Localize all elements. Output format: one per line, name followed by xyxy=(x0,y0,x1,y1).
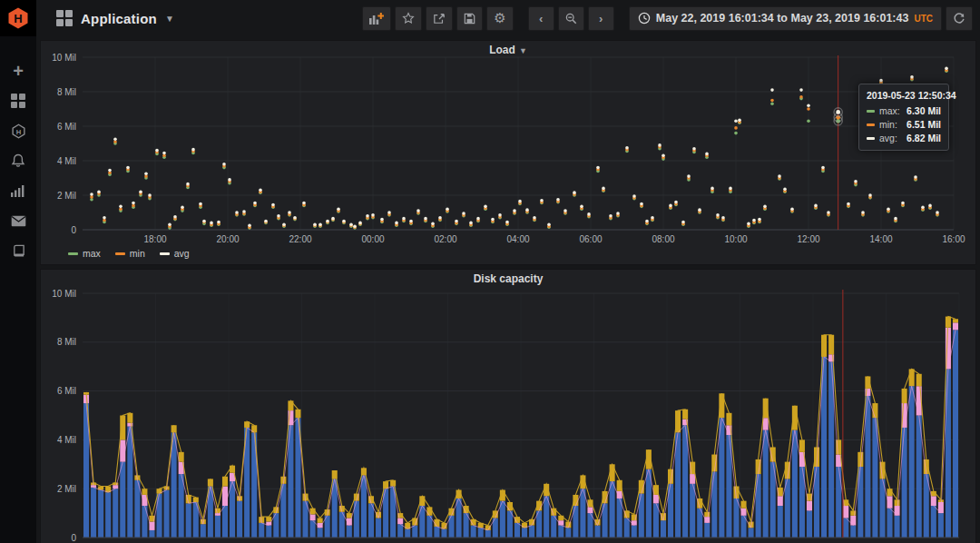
svg-text:2 Mil: 2 Mil xyxy=(57,484,76,494)
svg-text:02:00: 02:00 xyxy=(434,234,456,244)
series-value: 6.51 Mil xyxy=(906,119,941,130)
svg-text:18:00: 18:00 xyxy=(143,234,166,244)
panel-disk-capacity: Disk capacity 02 Mil4 Mil6 Mil8 Mil10 Mi… xyxy=(40,269,976,543)
svg-text:20:00: 20:00 xyxy=(216,234,239,244)
add-panel-button[interactable] xyxy=(362,6,391,31)
svg-text:6 Mil: 6 Mil xyxy=(57,386,76,396)
legend-swatch xyxy=(68,252,78,255)
series-label: min: xyxy=(879,119,897,130)
dashboards-icon[interactable] xyxy=(0,94,36,108)
svg-text:00:00: 00:00 xyxy=(361,234,384,244)
svg-text:0: 0 xyxy=(71,225,76,235)
svg-text:2 Mil: 2 Mil xyxy=(57,191,76,201)
panel-menu-caret-icon[interactable]: ▼ xyxy=(519,46,527,55)
svg-text:4 Mil: 4 Mil xyxy=(57,156,76,166)
messages-envelope-icon[interactable] xyxy=(0,213,36,228)
svg-text:10:00: 10:00 xyxy=(724,234,747,244)
legend-label: min xyxy=(130,248,145,259)
grafana-logo[interactable]: H xyxy=(0,0,36,36)
docs-book-icon[interactable] xyxy=(0,243,36,258)
timezone-badge: UTC xyxy=(914,14,933,24)
star-button[interactable] xyxy=(395,6,422,31)
svg-text:4 Mil: 4 Mil xyxy=(57,435,76,445)
time-range-picker[interactable]: May 22, 2019 16:01:34 to May 23, 2019 16… xyxy=(629,6,942,31)
svg-text:04:00: 04:00 xyxy=(506,234,529,244)
legend-item-avg[interactable]: avg xyxy=(160,248,190,259)
load-legend: maxminavg xyxy=(68,248,190,259)
series-label: avg: xyxy=(879,133,897,143)
svg-text:10 Mil: 10 Mil xyxy=(52,289,76,299)
series-swatch xyxy=(867,123,875,126)
add-icon[interactable]: + xyxy=(0,64,36,78)
dashboard-title[interactable]: Application xyxy=(81,11,157,26)
graph-tooltip: 2019-05-23 12:50:34 max:6.30 Milmin:6.51… xyxy=(858,84,949,151)
tooltip-row-min: min:6.51 Mil xyxy=(867,119,941,130)
time-range-text: May 22, 2019 16:01:34 to May 23, 2019 16… xyxy=(656,12,909,25)
share-button[interactable] xyxy=(426,6,453,31)
settings-gear-button[interactable]: ⚙ xyxy=(486,6,513,31)
tooltip-timestamp: 2019-05-23 12:50:34 xyxy=(867,90,941,101)
save-button[interactable] xyxy=(456,6,483,31)
svg-text:06:00: 06:00 xyxy=(579,234,602,244)
svg-text:08:00: 08:00 xyxy=(652,234,674,244)
plugins-hex-icon[interactable]: H xyxy=(0,123,36,138)
series-value: 6.30 Mil xyxy=(906,105,941,116)
time-forward-button[interactable]: › xyxy=(588,6,614,31)
time-back-button[interactable]: ‹ xyxy=(528,6,554,31)
svg-text:6 Mil: 6 Mil xyxy=(57,122,76,132)
svg-text:16:00: 16:00 xyxy=(942,234,965,244)
legend-swatch xyxy=(115,252,125,255)
legend-item-min[interactable]: min xyxy=(115,248,145,259)
legend-swatch xyxy=(160,252,170,255)
svg-text:14:00: 14:00 xyxy=(869,234,892,244)
svg-text:0: 0 xyxy=(71,533,76,543)
grafana-hex-logo-icon: H xyxy=(6,6,30,30)
tooltip-row-avg: avg:6.82 Mil xyxy=(867,133,941,143)
legend-label: avg xyxy=(174,248,190,259)
dashboard-title-caret-icon[interactable]: ▼ xyxy=(165,14,174,24)
series-label: max: xyxy=(879,105,900,116)
top-navbar: Application ▼ ⚙ ‹ › xyxy=(36,0,980,36)
disk-capacity-bar-chart[interactable]: 02 Mil4 Mil6 Mil8 Mil10 Mil xyxy=(41,270,977,543)
svg-text:H: H xyxy=(14,12,22,25)
sidebar: H + H xyxy=(0,0,36,543)
clock-icon xyxy=(638,12,651,25)
zoom-out-button[interactable] xyxy=(558,6,584,31)
grafana-dashboard: H + H Application xyxy=(0,0,980,543)
dashboards-grid-glyph xyxy=(11,94,25,108)
refresh-button[interactable] xyxy=(946,6,973,31)
series-value: 6.82 Mil xyxy=(906,133,941,143)
panel-load-title[interactable]: Load▼ xyxy=(41,44,975,56)
legend-label: max xyxy=(83,248,101,259)
svg-text:12:00: 12:00 xyxy=(797,234,819,244)
svg-text:22:00: 22:00 xyxy=(289,234,311,244)
dashboard-picker-icon[interactable] xyxy=(56,10,73,26)
tooltip-row-max: max:6.30 Mil xyxy=(867,105,941,116)
svg-text:H: H xyxy=(15,127,21,135)
svg-text:8 Mil: 8 Mil xyxy=(57,337,76,347)
series-swatch xyxy=(867,110,875,113)
panel-load: Load▼ 02 Mil4 Mil6 Mil8 Mil10 Mil18:0020… xyxy=(40,40,976,265)
panel-disk-title[interactable]: Disk capacity xyxy=(41,272,975,285)
svg-text:8 Mil: 8 Mil xyxy=(57,87,76,97)
series-swatch xyxy=(867,137,875,140)
alerting-bell-icon[interactable] xyxy=(0,153,36,168)
legend-item-max[interactable]: max xyxy=(68,248,101,259)
metrics-signal-icon[interactable] xyxy=(0,183,36,198)
load-scatter-plot[interactable]: 02 Mil4 Mil6 Mil8 Mil10 Mil18:0020:0022:… xyxy=(41,41,977,266)
